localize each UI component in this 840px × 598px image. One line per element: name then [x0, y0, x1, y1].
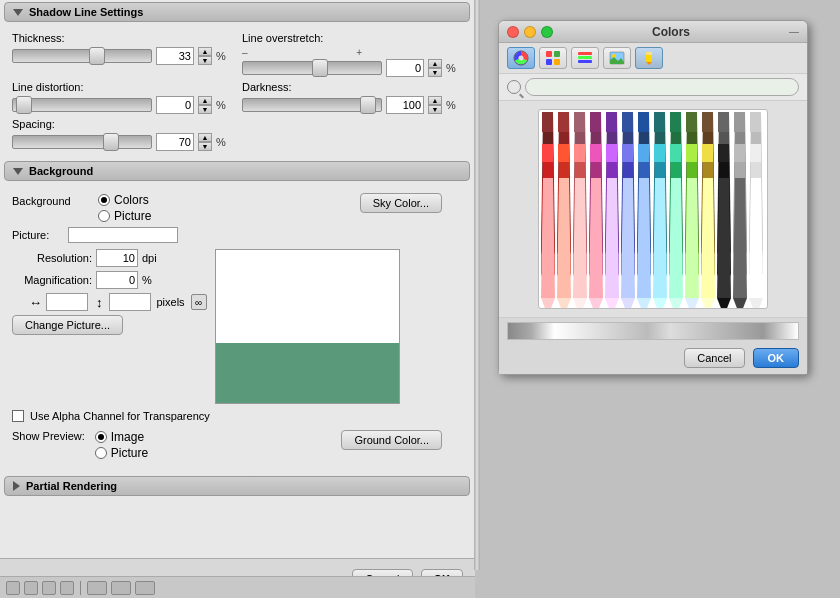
picture2-radio-label: Picture: [111, 446, 148, 460]
picture2-radio[interactable]: [95, 447, 107, 459]
svg-marker-119: [701, 298, 715, 309]
status-icon-3[interactable]: [42, 581, 56, 595]
grid-toolbar-icon[interactable]: [539, 47, 567, 69]
spacing-input[interactable]: [156, 133, 194, 151]
status-icon-5[interactable]: [87, 581, 107, 595]
svg-rect-5: [554, 59, 560, 65]
darkness-down[interactable]: ▼: [428, 105, 442, 114]
picture2-radio-row: Picture: [95, 446, 148, 460]
svg-rect-67: [590, 144, 601, 162]
svg-rect-34: [638, 112, 649, 132]
spacing-thumb[interactable]: [103, 133, 119, 151]
colors-toolbar: [499, 43, 807, 74]
distortion-slider[interactable]: [12, 98, 152, 112]
spacing-up[interactable]: ▲: [198, 133, 212, 142]
status-icon-4[interactable]: [60, 581, 74, 595]
svg-point-1: [519, 56, 524, 61]
partial-triangle-icon[interactable]: [13, 481, 20, 491]
svg-marker-115: [669, 298, 683, 309]
traffic-lights: [507, 26, 553, 38]
colors-radio[interactable]: [98, 194, 110, 206]
svg-marker-117: [685, 298, 699, 309]
minimize-button[interactable]: [524, 26, 536, 38]
maximize-button[interactable]: [541, 26, 553, 38]
collapse-triangle-icon[interactable]: [13, 9, 23, 16]
picture-preview: [215, 249, 400, 404]
change-picture-container: Change Picture...: [12, 315, 207, 335]
picture-area: Resolution: dpi Magnification: % ↔ ↕ pix…: [12, 249, 462, 404]
svg-marker-124: [749, 178, 763, 298]
picture-white-area: [216, 250, 399, 343]
arrow-h-input[interactable]: [46, 293, 88, 311]
status-icon-2[interactable]: [24, 581, 38, 595]
background-content: Background Colors Picture Sky Color... P…: [0, 183, 474, 472]
arrow-v-input[interactable]: [109, 293, 151, 311]
shadow-settings-title: Shadow Line Settings: [29, 6, 143, 18]
distortion-input[interactable]: [156, 96, 194, 114]
svg-rect-13: [646, 52, 652, 55]
svg-marker-112: [653, 178, 667, 298]
status-icon-1[interactable]: [6, 581, 20, 595]
close-button[interactable]: [507, 26, 519, 38]
ground-color-button[interactable]: Ground Color...: [341, 430, 442, 450]
colors-ok-button[interactable]: OK: [753, 348, 800, 368]
sky-color-button[interactable]: Sky Color...: [360, 193, 442, 213]
alpha-checkbox[interactable]: [12, 410, 24, 422]
link-icon[interactable]: ∞: [191, 294, 207, 310]
color-wheel-toolbar-icon[interactable]: [507, 47, 535, 69]
svg-marker-123: [733, 298, 747, 309]
distortion-down[interactable]: ▼: [198, 105, 212, 114]
thickness-down[interactable]: ▼: [198, 56, 212, 65]
colors-cancel-button[interactable]: Cancel: [684, 348, 744, 368]
palette-toolbar-icon[interactable]: [571, 47, 599, 69]
colors-dialog-title: Colors: [559, 25, 783, 39]
svg-rect-55: [750, 112, 761, 132]
svg-rect-28: [606, 112, 617, 132]
dialog-minimize-icon[interactable]: —: [789, 26, 799, 37]
darkness-thumb[interactable]: [360, 96, 376, 114]
svg-rect-4: [546, 59, 552, 65]
overstretch-down[interactable]: ▼: [428, 68, 442, 77]
overstretch-minus: –: [242, 47, 248, 58]
partial-rendering-section: Partial Rendering: [4, 476, 470, 496]
crayons-grid: [538, 109, 768, 309]
change-picture-button[interactable]: Change Picture...: [12, 315, 123, 335]
image-radio-row: Image: [95, 430, 148, 444]
thickness-input[interactable]: [156, 47, 194, 65]
resolution-input[interactable]: [96, 249, 138, 267]
colors-bottom-bar: Cancel OK: [499, 317, 807, 374]
darkness-input[interactable]: [386, 96, 424, 114]
darkness-unit: %: [446, 99, 456, 111]
overstretch-up[interactable]: ▲: [428, 59, 442, 68]
darkness-up[interactable]: ▲: [428, 96, 442, 105]
image-radio-label: Image: [111, 430, 144, 444]
overstretch-thumb[interactable]: [312, 59, 328, 77]
magnification-row: Magnification: %: [12, 271, 207, 289]
distortion-darkness-row: Line distortion: ▲ ▼ % Darkness:: [12, 81, 462, 114]
thickness-thumb[interactable]: [89, 47, 105, 65]
image-toolbar-icon[interactable]: [603, 47, 631, 69]
spacing-slider[interactable]: [12, 135, 152, 149]
image-radio[interactable]: [95, 431, 107, 443]
arrow-v-icon: ↕: [96, 295, 103, 310]
distortion-up[interactable]: ▲: [198, 96, 212, 105]
svg-rect-64: [574, 144, 585, 162]
status-icon-6[interactable]: [111, 581, 131, 595]
bg-collapse-icon[interactable]: [13, 168, 23, 175]
distortion-thumb[interactable]: [16, 96, 32, 114]
status-icon-7[interactable]: [135, 581, 155, 595]
overstretch-input[interactable]: [386, 59, 424, 77]
svg-marker-113: [653, 298, 667, 309]
overstretch-slider[interactable]: [242, 61, 382, 75]
thickness-slider[interactable]: [12, 49, 152, 63]
crayon-toolbar-icon[interactable]: [635, 47, 663, 69]
pixels-unit: pixels: [157, 296, 185, 308]
picture-path-input[interactable]: [68, 227, 178, 243]
picture-radio[interactable]: [98, 210, 110, 222]
svg-rect-79: [654, 144, 665, 162]
colors-search-input[interactable]: [525, 78, 799, 96]
thickness-up[interactable]: ▲: [198, 47, 212, 56]
darkness-slider[interactable]: [242, 98, 382, 112]
magnification-input[interactable]: [96, 271, 138, 289]
spacing-down[interactable]: ▼: [198, 142, 212, 151]
